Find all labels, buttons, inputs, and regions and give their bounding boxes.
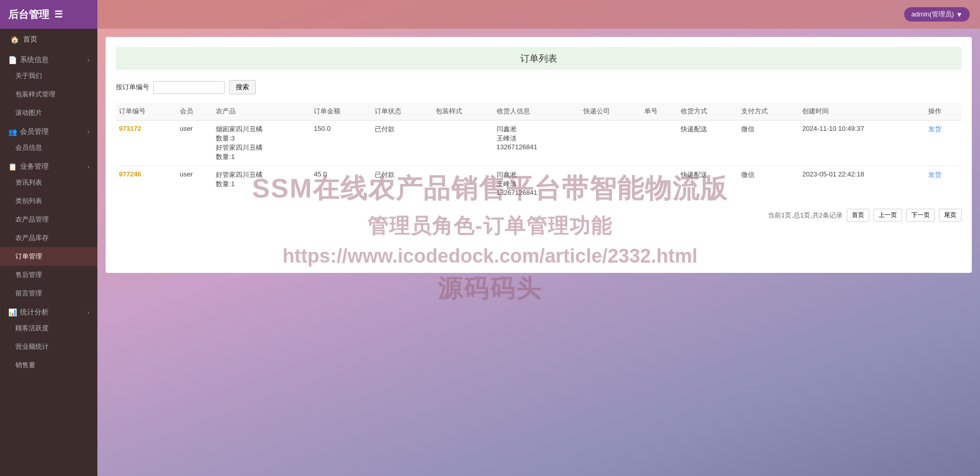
col-payment: 支付方式 xyxy=(738,103,799,121)
cell-courier xyxy=(580,121,641,166)
cell-action[interactable]: 发货 xyxy=(925,166,962,201)
sidebar-section-stats[interactable]: 📊 统计分析 › xyxy=(0,303,97,319)
chevron-right-icon: › xyxy=(88,129,89,135)
chevron-right-icon: › xyxy=(88,57,89,63)
main-area: admin(管理员) ▼ 订单列表 按订单编号 搜索 订单编号 会员 农产品 订… xyxy=(97,0,980,476)
next-page-button[interactable]: 下一页 xyxy=(906,209,935,222)
system-icon: 📄 xyxy=(8,56,17,64)
sidebar-item-activity[interactable]: 顾客活跃度 xyxy=(0,319,97,338)
sidebar-item-orders[interactable]: 订单管理 xyxy=(0,247,97,266)
col-status: 订单状态 xyxy=(372,103,433,121)
cell-delivery: 快递配送 xyxy=(678,121,739,166)
cell-order-id[interactable]: 977246 xyxy=(116,166,177,201)
last-page-button[interactable]: 尾页 xyxy=(939,209,962,222)
cell-tracking xyxy=(641,166,678,201)
menu-icon[interactable]: ☰ xyxy=(54,9,63,20)
cell-amount: 45.0 xyxy=(311,166,372,201)
cell-member: user xyxy=(177,121,213,166)
col-created: 创建时间 xyxy=(799,103,925,121)
cell-payment: 微信 xyxy=(738,166,799,201)
cell-product: 好管家四川丑橘数量:1 xyxy=(213,166,311,201)
col-package: 包装样式 xyxy=(433,103,494,121)
content-area: 订单列表 按订单编号 搜索 订单编号 会员 农产品 订单金额 订单状态 包装样式… xyxy=(106,37,972,273)
sidebar-section-system[interactable]: 📄 系统信息 › xyxy=(0,50,97,67)
ship-button[interactable]: 发货 xyxy=(928,125,942,133)
pagination-info: 当前1页,总1页,共2条记录 xyxy=(768,211,843,220)
member-icon: 👥 xyxy=(8,128,17,136)
cell-status: 已付款 xyxy=(372,121,433,166)
col-receiver: 收货人信息 xyxy=(494,103,581,121)
cell-status: 已付款 xyxy=(372,166,433,201)
admin-button[interactable]: admin(管理员) ▼ xyxy=(904,7,970,22)
col-product: 农产品 xyxy=(213,103,311,121)
sidebar-section-business[interactable]: 📋 业务管理 › xyxy=(0,157,97,173)
search-input[interactable] xyxy=(153,81,225,94)
cell-receiver: 闫鑫淞王峰淡13267126841 xyxy=(494,166,581,201)
ship-button[interactable]: 发货 xyxy=(928,171,942,179)
col-delivery: 收货方式 xyxy=(678,103,739,121)
cell-receiver: 闫鑫淞王峰淡13267126841 xyxy=(494,121,581,166)
sidebar-item-messages[interactable]: 留言管理 xyxy=(0,284,97,303)
sidebar-item-category[interactable]: 类别列表 xyxy=(0,192,97,210)
col-member: 会员 xyxy=(177,103,213,121)
cell-member: user xyxy=(177,166,213,201)
first-page-button[interactable]: 首页 xyxy=(847,209,869,222)
sidebar-item-product[interactable]: 农产品管理 xyxy=(0,210,97,229)
sidebar-header: 后台管理 ☰ xyxy=(0,0,97,29)
sidebar-item-sales[interactable]: 销售量 xyxy=(0,356,97,374)
admin-label: admin(管理员) xyxy=(911,10,954,19)
stats-icon: 📊 xyxy=(8,308,17,316)
search-button[interactable]: 搜索 xyxy=(229,80,256,94)
cell-created: 2023-05-01 22:42:18 xyxy=(799,166,925,201)
col-order-id: 订单编号 xyxy=(116,103,177,121)
cell-product: 烟囱家四川丑橘数量:3好管家四川丑橘数量:1 xyxy=(213,121,311,166)
home-icon: 🏠 xyxy=(10,35,19,44)
sidebar-item-member-info[interactable]: 会员信息 xyxy=(0,138,97,157)
cell-payment: 微信 xyxy=(738,121,799,166)
sidebar: 后台管理 ☰ 🏠 首页 📄 系统信息 › 关于我们 包装样式管理 滚动图片 👥 … xyxy=(0,0,97,476)
chevron-right-icon: › xyxy=(88,164,89,170)
sidebar-item-revenue[interactable]: 营业额统计 xyxy=(0,338,97,356)
business-icon: 📋 xyxy=(8,163,17,171)
table-row: 973172 user 烟囱家四川丑橘数量:3好管家四川丑橘数量:1 150.0… xyxy=(116,121,962,166)
pagination-bar: 当前1页,总1页,共2条记录 首页 上一页 下一页 尾页 xyxy=(116,209,962,222)
search-bar: 按订单编号 搜索 xyxy=(116,80,962,94)
col-tracking: 单号 xyxy=(641,103,678,121)
col-amount: 订单金额 xyxy=(311,103,372,121)
sidebar-section-member[interactable]: 👥 会员管理 › xyxy=(0,122,97,138)
cell-delivery: 快递配送 xyxy=(678,166,739,201)
topbar: admin(管理员) ▼ xyxy=(97,0,980,29)
cell-package xyxy=(433,121,494,166)
dropdown-icon: ▼ xyxy=(956,11,963,18)
cell-package xyxy=(433,166,494,201)
cell-tracking xyxy=(641,121,678,166)
chevron-right-icon: › xyxy=(88,310,89,315)
sidebar-item-inventory[interactable]: 农产品库存 xyxy=(0,229,97,247)
sidebar-item-banner[interactable]: 滚动图片 xyxy=(0,104,97,122)
cell-action[interactable]: 发货 xyxy=(925,121,962,166)
cell-created: 2024-11-10 10:49:37 xyxy=(799,121,925,166)
sidebar-item-package-style[interactable]: 包装样式管理 xyxy=(0,85,97,104)
cell-courier xyxy=(580,166,641,201)
col-courier: 快递公司 xyxy=(580,103,641,121)
sidebar-item-about[interactable]: 关于我们 xyxy=(0,67,97,85)
table-row: 977246 user 好管家四川丑橘数量:1 45.0 已付款 闫鑫淞王峰淡1… xyxy=(116,166,962,201)
sidebar-title: 后台管理 xyxy=(8,8,49,22)
search-label: 按订单编号 xyxy=(116,83,149,92)
prev-page-button[interactable]: 上一页 xyxy=(873,209,902,222)
sidebar-item-home[interactable]: 🏠 首页 xyxy=(0,29,97,50)
page-title: 订单列表 xyxy=(116,47,962,70)
col-action: 操作 xyxy=(925,103,962,121)
cell-order-id[interactable]: 973172 xyxy=(116,121,177,166)
sidebar-item-news[interactable]: 资讯列表 xyxy=(0,173,97,192)
cell-amount: 150.0 xyxy=(311,121,372,166)
sidebar-item-aftersale[interactable]: 售后管理 xyxy=(0,266,97,284)
orders-table: 订单编号 会员 农产品 订单金额 订单状态 包装样式 收货人信息 快递公司 单号… xyxy=(116,103,962,201)
